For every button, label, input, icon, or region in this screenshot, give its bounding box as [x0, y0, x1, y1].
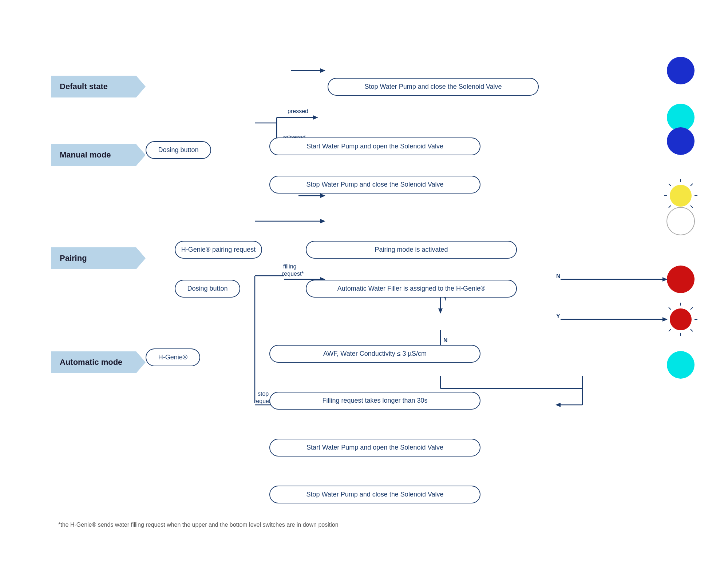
svg-line-21 — [691, 184, 693, 186]
manual-mode-label: Manual mode — [51, 144, 146, 166]
svg-line-20 — [691, 206, 693, 208]
svg-point-26 — [667, 207, 695, 235]
svg-line-22 — [669, 206, 671, 208]
pairing-label: Pairing — [51, 247, 146, 269]
automatic-trigger-box: H-Genie® — [146, 348, 200, 366]
svg-point-48 — [670, 308, 692, 330]
svg-marker-6 — [313, 115, 318, 120]
svg-text:pressed: pressed — [288, 108, 308, 114]
footnote: *the H-Genie® sends water filling reques… — [51, 522, 677, 528]
automatic-mode-row: Automatic mode H-Genie® AWF, Water Condu… — [51, 345, 677, 503]
svg-point-11 — [667, 104, 695, 131]
svg-marker-25 — [320, 219, 325, 223]
svg-line-44 — [669, 307, 671, 310]
default-action-box: Stop Water Pump and close the Solenoid V… — [328, 78, 539, 96]
auto-step2-box: Filling request takes longer than 30s — [269, 392, 480, 410]
auto-step4-box: Stop Water Pump and close the Solenoid V… — [269, 486, 480, 503]
svg-marker-1 — [320, 68, 325, 73]
svg-line-46 — [691, 307, 693, 310]
default-state-row: Default state Stop Water Pump and close … — [51, 76, 677, 97]
pairing-trigger2-box: Dosing button — [175, 280, 240, 298]
auto-step1-box: AWF, Water Conductivity ≤ 3 µS/cm — [269, 345, 480, 363]
manual-released-action-box: Stop Water Pump and close the Solenoid V… — [269, 176, 480, 194]
auto-step3-box: Start Water Pump and open the Solenoid V… — [269, 439, 480, 457]
svg-text:N: N — [443, 337, 448, 343]
manual-mode-row: Manual mode Dosing button Start Water Pu… — [51, 137, 677, 194]
svg-marker-37 — [438, 308, 443, 314]
svg-marker-14 — [320, 194, 325, 198]
automatic-mode-label: Automatic mode — [51, 351, 146, 373]
svg-marker-50 — [662, 317, 668, 322]
default-state-label: Default state — [51, 76, 146, 97]
manual-dosing-button-box: Dosing button — [146, 141, 211, 159]
pairing-action2-box: Automatic Water Filler is assigned to th… — [306, 280, 517, 298]
svg-text:Y: Y — [556, 313, 560, 319]
pairing-row: Pairing H-Genie® pairing request Pairing… — [51, 241, 677, 298]
svg-line-47 — [669, 329, 671, 331]
pairing-trigger1-box: H-Genie® pairing request — [175, 241, 262, 259]
manual-pressed-action-box: Start Water Pump and open the Solenoid V… — [269, 137, 480, 155]
pairing-action1-box: Pairing mode is activated — [306, 241, 517, 259]
svg-line-45 — [691, 329, 693, 331]
diagram-container: pressed released — [36, 32, 692, 550]
